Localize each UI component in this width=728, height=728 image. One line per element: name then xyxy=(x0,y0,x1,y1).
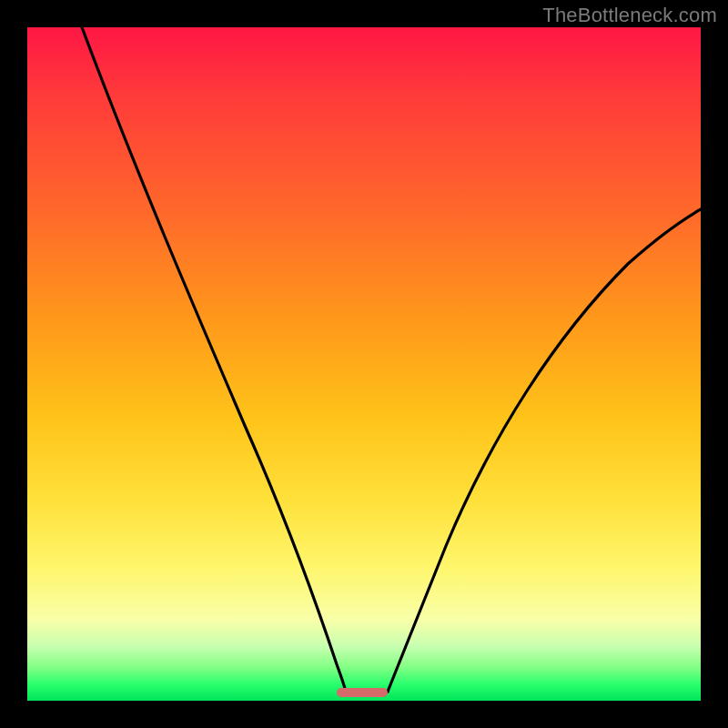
chart-frame: TheBottleneck.com xyxy=(0,0,728,728)
curve-right-branch xyxy=(388,209,701,692)
dip-indicator-bar xyxy=(337,688,388,697)
curve-left-branch xyxy=(82,27,346,692)
bottleneck-curve xyxy=(27,27,701,701)
plot-area xyxy=(27,27,701,701)
watermark-text: TheBottleneck.com xyxy=(542,4,717,27)
